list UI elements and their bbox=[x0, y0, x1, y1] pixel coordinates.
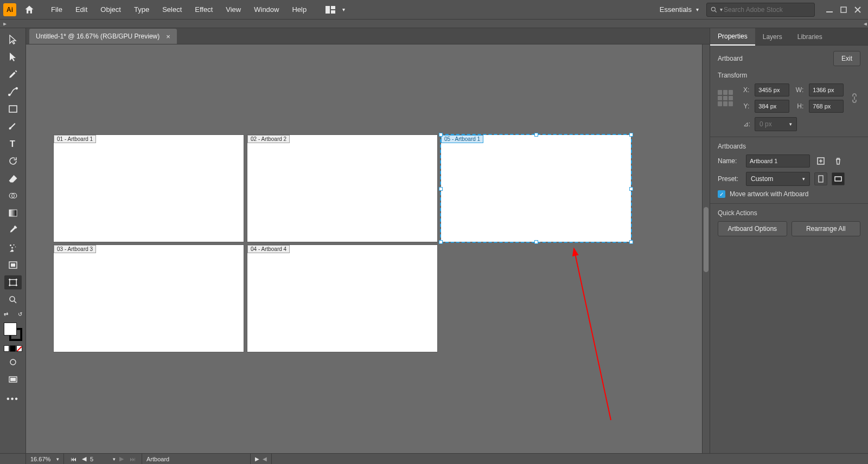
close-tab-icon[interactable]: × bbox=[166, 33, 170, 41]
shape-builder-tool-icon[interactable] bbox=[4, 189, 22, 203]
resize-handle[interactable] bbox=[629, 240, 633, 244]
document-tab[interactable]: Untitled-1* @ 16.67% (RGB/GPU Preview) × bbox=[29, 29, 177, 44]
maximize-icon[interactable] bbox=[837, 3, 851, 16]
h-field[interactable] bbox=[809, 100, 844, 113]
chevron-down-icon[interactable]: ▾ bbox=[342, 7, 345, 12]
arrange-documents-icon[interactable] bbox=[322, 3, 339, 17]
svg-rect-2 bbox=[331, 10, 335, 14]
edit-toolbar-icon[interactable]: ••• bbox=[7, 394, 19, 404]
panel-tab-properties[interactable]: Properties bbox=[710, 28, 755, 46]
w-field[interactable] bbox=[809, 83, 844, 96]
last-artboard-icon[interactable]: ⏭ bbox=[127, 454, 137, 464]
constrain-proportions-icon[interactable] bbox=[848, 92, 860, 105]
artboard-05[interactable]: 05 - Artboard 1 bbox=[441, 135, 631, 242]
canvas[interactable]: 01 - Artboard 102 - Artboard 203 - Artbo… bbox=[26, 44, 710, 453]
orientation-landscape-icon[interactable] bbox=[832, 172, 845, 185]
status-play-icon[interactable]: ▶ bbox=[255, 456, 259, 462]
y-field[interactable] bbox=[755, 100, 789, 113]
artboard-index-field[interactable] bbox=[90, 456, 112, 462]
stock-search-input[interactable] bbox=[724, 6, 811, 14]
move-artwork-checkbox[interactable]: ✓ bbox=[718, 190, 725, 198]
canvas-scrollbar-vertical[interactable] bbox=[702, 44, 710, 453]
next-artboard-icon[interactable]: ▶ bbox=[117, 454, 126, 464]
artboard-02[interactable]: 02 - Artboard 2 bbox=[247, 135, 437, 242]
app-icon: Ai bbox=[3, 3, 16, 16]
screen-mode-icon[interactable] bbox=[4, 372, 22, 386]
curvature-tool-icon[interactable] bbox=[4, 85, 22, 99]
resize-handle[interactable] bbox=[534, 133, 538, 137]
zoom-field[interactable]: ▾ bbox=[26, 454, 64, 465]
rotate-tool-icon[interactable] bbox=[4, 154, 22, 168]
resize-handle[interactable] bbox=[439, 187, 443, 191]
direct-selection-tool-icon[interactable] bbox=[4, 50, 22, 64]
menu-type[interactable]: Type bbox=[127, 0, 156, 20]
resize-handle[interactable] bbox=[534, 240, 538, 244]
close-icon[interactable] bbox=[851, 3, 865, 16]
menu-edit[interactable]: Edit bbox=[69, 0, 94, 20]
menu-effect[interactable]: Effect bbox=[188, 0, 219, 20]
artboard-01[interactable]: 01 - Artboard 1 bbox=[54, 135, 244, 242]
default-fill-stroke-icon[interactable]: ↺ bbox=[18, 311, 22, 317]
artboard-options-button[interactable]: Artboard Options bbox=[718, 221, 787, 236]
delete-artboard-icon[interactable] bbox=[832, 154, 845, 167]
resize-handle[interactable] bbox=[439, 133, 443, 137]
prev-artboard-icon[interactable]: ◀ bbox=[79, 454, 89, 464]
x-field[interactable] bbox=[755, 83, 789, 96]
paintbrush-tool-icon[interactable] bbox=[4, 119, 22, 133]
symbol-sprayer-tool-icon[interactable] bbox=[4, 241, 22, 255]
place-tool-icon[interactable] bbox=[4, 258, 22, 272]
draw-mode-icon[interactable] bbox=[4, 355, 22, 369]
exit-button[interactable]: Exit bbox=[833, 51, 860, 66]
resize-handle[interactable] bbox=[629, 187, 633, 191]
panel-tab-layers[interactable]: Layers bbox=[755, 28, 790, 46]
fill-stroke-swatch[interactable] bbox=[4, 323, 22, 341]
orientation-portrait-icon[interactable] bbox=[814, 172, 827, 185]
preset-select[interactable]: Custom ▾ bbox=[746, 172, 810, 186]
menu-object[interactable]: Object bbox=[94, 0, 127, 20]
gradient-tool-icon[interactable] bbox=[4, 206, 22, 220]
swap-fill-stroke-icon[interactable]: ⇄ bbox=[4, 311, 8, 317]
rearrange-all-button[interactable]: Rearrange All bbox=[792, 221, 861, 236]
rotate-field[interactable]: 0 px ▾ bbox=[755, 117, 797, 131]
reference-point-grid[interactable] bbox=[718, 90, 733, 106]
color-mode-row[interactable] bbox=[4, 345, 22, 352]
new-artboard-icon[interactable] bbox=[814, 154, 827, 167]
svg-rect-41 bbox=[835, 177, 841, 181]
properties-panel: PropertiesLayersLibraries Artboard Exit … bbox=[710, 28, 868, 453]
minimize-icon[interactable] bbox=[822, 3, 837, 16]
zoom-tool-icon[interactable] bbox=[4, 293, 22, 307]
panel-tab-libraries[interactable]: Libraries bbox=[790, 28, 830, 46]
artboard-name-field[interactable] bbox=[746, 154, 810, 167]
stock-search[interactable]: ▾ bbox=[706, 3, 815, 17]
svg-point-10 bbox=[16, 88, 17, 89]
menu-select[interactable]: Select bbox=[156, 0, 188, 20]
menu-help[interactable]: Help bbox=[285, 0, 313, 20]
status-bar: ▾ ⏮ ◀ ▾ ▶ ⏭ Artboard ▶ ◀ bbox=[0, 453, 868, 464]
status-back-icon[interactable]: ◀ bbox=[263, 456, 267, 462]
artboard-04[interactable]: 04 - Artboard 4 bbox=[247, 245, 437, 352]
svg-rect-15 bbox=[9, 210, 17, 216]
eyedropper-tool-icon[interactable] bbox=[4, 223, 22, 237]
menu-window[interactable]: Window bbox=[247, 0, 285, 20]
type-tool-icon[interactable]: T bbox=[4, 137, 22, 151]
eraser-tool-icon[interactable] bbox=[4, 171, 22, 185]
artboard-03[interactable]: 03 - Artboard 3 bbox=[54, 245, 244, 352]
resize-handle[interactable] bbox=[439, 240, 443, 244]
pen-tool-icon[interactable] bbox=[4, 67, 22, 81]
expand-right-icon[interactable]: ◂◂ bbox=[864, 21, 865, 27]
document-area: Untitled-1* @ 16.67% (RGB/GPU Preview) ×… bbox=[26, 28, 710, 453]
artboard-tool-icon[interactable] bbox=[4, 275, 22, 289]
expand-left-icon[interactable]: ▸▸ bbox=[3, 21, 4, 27]
panel-tabs: PropertiesLayersLibraries bbox=[710, 28, 868, 46]
first-artboard-icon[interactable]: ⏮ bbox=[68, 454, 78, 464]
svg-rect-0 bbox=[326, 6, 330, 14]
workspace-switcher[interactable]: Essentials ▾ bbox=[652, 5, 706, 14]
menu-file[interactable]: File bbox=[44, 0, 69, 20]
rectangle-tool-icon[interactable] bbox=[4, 102, 22, 116]
home-icon[interactable] bbox=[22, 2, 37, 17]
svg-rect-21 bbox=[11, 263, 15, 267]
artboard-label: 04 - Artboard 4 bbox=[247, 245, 290, 253]
menu-view[interactable]: View bbox=[219, 0, 247, 20]
resize-handle[interactable] bbox=[629, 133, 633, 137]
selection-tool-icon[interactable] bbox=[4, 33, 22, 47]
